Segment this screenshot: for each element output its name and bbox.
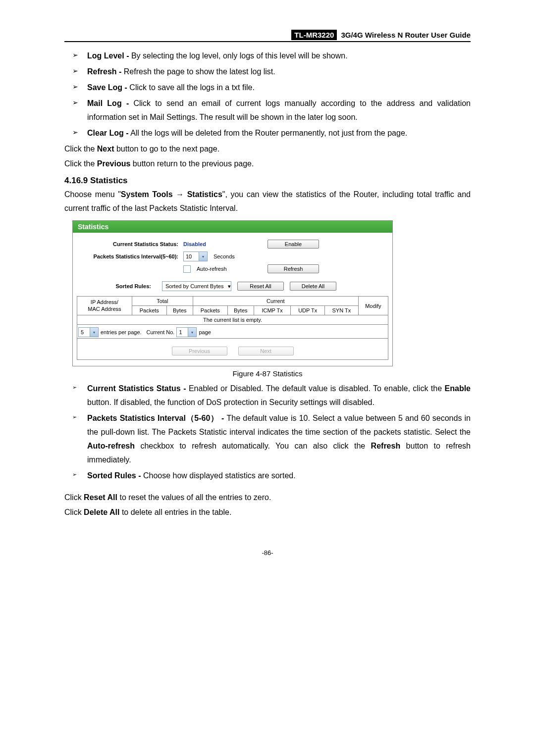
desc: Choose how displayed statistics are sort… [143,471,296,480]
chevron-down-icon[interactable]: ▾ [188,328,196,337]
log-options-list: Log Level - By selecting the log level, … [72,49,471,140]
page-label: page [199,329,211,335]
entries-value: 5 [79,329,90,335]
status-value: Disabled [183,241,206,247]
enable-button[interactable]: Enable [268,240,319,249]
col-syntx: SYN Tx [324,306,358,315]
term: （5-60） - [186,414,224,422]
next-instruction: Click the Next button to go to the next … [64,142,471,156]
figure-caption: Figure 4-87 Statistics [64,369,471,378]
delete-all-button[interactable]: Delete All [290,282,336,291]
col-bytes-cur: Bytes [227,306,254,315]
term: Current Statistics Status - [87,384,186,393]
desc: Click to send an email of current logs m… [87,99,471,121]
term: Auto-refresh [87,442,135,450]
entries-label: entries per page. [101,329,142,335]
sorted-rules-label: Sorted Rules: [77,283,156,289]
reset-all-button[interactable]: Reset All [237,282,284,291]
previous-instruction: Click the Previous button return to the … [64,157,471,171]
status-label: Current Statistics Status: [77,241,183,247]
log-option-item: Refresh - Refresh the page to show the l… [72,65,471,79]
col-current: Current [193,297,358,306]
seconds-label: Seconds [214,253,235,259]
log-option-item: Clear Log - All the logs will be deleted… [72,126,471,140]
delete-all-instruction: Click Delete All to delete all entries i… [64,505,471,519]
col-icmptx: ICMP Tx [254,306,291,315]
prev-next-row: Previous Next [77,339,388,360]
term: Clear Log - [87,129,129,137]
term: Sorted Rules - [87,471,141,480]
interval-select[interactable]: 10 ▾ [183,252,208,261]
refresh-button[interactable]: Refresh [268,264,319,273]
log-option-item: Mail Log - Click to send an email of cur… [72,97,471,124]
page-value: 1 [177,329,188,335]
desc: checkbox to refresh automatically. You c… [140,442,371,450]
interval-value: 10 [184,253,199,259]
desc: All the logs will be deleted from the Ro… [129,129,408,137]
current-page-select[interactable]: 1 ▾ [176,327,197,337]
col-packets-cur: Packets [193,306,227,315]
page-header: TL-MR3220 3G/4G Wireless N Router User G… [64,30,471,42]
guide-title: 3G/4G Wireless N Router User Guide [341,31,471,39]
desc: By selecting the log level, only logs of… [129,51,347,60]
section-intro: Choose menu "System Tools → Statistics",… [64,188,471,215]
term: Packets Statistics Interval [87,414,186,422]
sorted-rules-select[interactable]: Sorted by Current Bytes ▾ [162,281,231,291]
desc: button. If disabled, the function of DoS… [87,398,374,406]
next-button[interactable]: Next [238,347,294,355]
auto-refresh-checkbox[interactable] [183,265,191,273]
col-total: Total [132,297,193,306]
desc: Refresh the page to show the latest log … [121,67,275,76]
empty-row: The current list is empty. [77,315,388,325]
col-packets: Packets [132,306,166,315]
term: Save Log - [87,83,127,92]
section-heading-statistics: 4.16.9 Statistics [64,176,471,186]
col-udptx: UDP Tx [291,306,324,315]
col-modify: Modify [358,297,388,315]
reset-all-instruction: Click Reset All to reset the values of a… [64,491,471,504]
auto-refresh-label: Auto-refresh [197,266,227,272]
interval-label: Packets Statistics Interval(5~60): [77,253,183,259]
desc: Click to save all the logs in a txt file… [127,83,255,92]
entries-per-page-select[interactable]: 5 ▾ [78,327,99,337]
desc-item: Current Statistics Status - Enabled or D… [72,382,471,409]
log-option-item: Log Level - By selecting the log level, … [72,49,471,63]
desc: Enabled or Disabled. The default value i… [189,384,445,393]
chevron-down-icon[interactable]: ▾ [90,328,98,337]
model-chip: TL-MR3220 [291,30,337,40]
chevron-down-icon[interactable]: ▾ [199,252,207,261]
desc-item: Packets Statistics Interval（5-60） - The … [72,411,471,467]
term: Refresh - [87,67,121,76]
current-no-label: Current No. [147,329,175,335]
term: Enable [445,384,471,393]
col-ipmac: IP Address/MAC Address [77,297,132,315]
sorted-rules-value: Sorted by Current Bytes [162,283,228,289]
chevron-down-icon[interactable]: ▾ [228,283,231,290]
statistics-descriptions: Current Statistics Status - Enabled or D… [72,382,471,483]
statistics-panel: Statistics Current Statistics Status: Di… [72,220,393,366]
col-bytes: Bytes [166,306,193,315]
log-option-item: Save Log - Click to save all the logs in… [72,81,471,95]
stats-table: IP Address/MAC Address Total Current Mod… [77,296,388,325]
pagination-row: 5 ▾ entries per page. Current No. 1 ▾ pa… [77,324,388,339]
panel-title: Statistics [73,221,392,233]
term: Log Level - [87,51,129,60]
term: Mail Log - [87,99,129,107]
term: Refresh [371,442,401,450]
previous-button[interactable]: Previous [172,347,227,355]
desc-item: Sorted Rules - Choose how displayed stat… [72,469,471,483]
page-number: -86- [64,549,471,556]
